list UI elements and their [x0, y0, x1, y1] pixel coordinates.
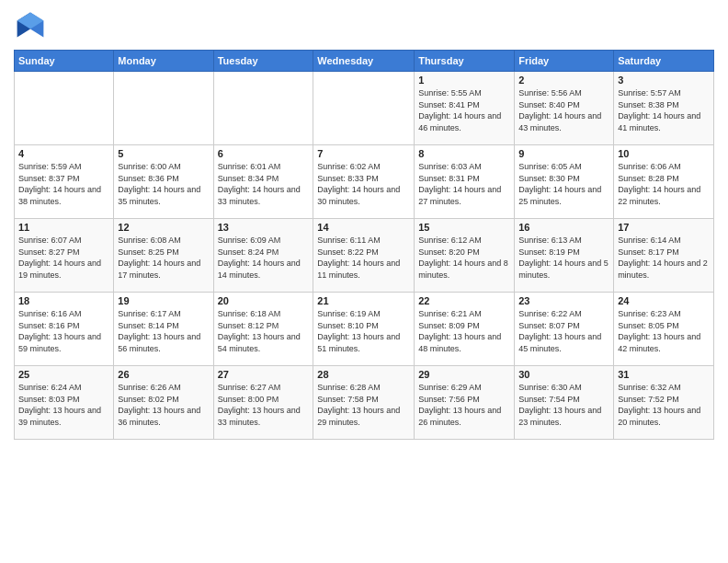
logo: [14, 9, 51, 42]
day-info: Sunrise: 5:56 AM Sunset: 8:40 PM Dayligh…: [518, 87, 609, 133]
day-number: 5: [118, 148, 209, 159]
calendar-cell-w2-d7: 10Sunrise: 6:06 AM Sunset: 8:28 PM Dayli…: [614, 145, 714, 219]
day-info: Sunrise: 6:13 AM Sunset: 8:19 PM Dayligh…: [518, 235, 609, 281]
logo-icon: [14, 9, 47, 42]
header-tuesday: Tuesday: [213, 51, 313, 72]
calendar-cell-w3-d4: 14Sunrise: 6:11 AM Sunset: 8:22 PM Dayli…: [313, 219, 415, 293]
day-info: Sunrise: 6:03 AM Sunset: 8:31 PM Dayligh…: [418, 161, 510, 207]
day-info: Sunrise: 6:00 AM Sunset: 8:36 PM Dayligh…: [118, 161, 209, 207]
day-info: Sunrise: 5:59 AM Sunset: 8:37 PM Dayligh…: [18, 161, 109, 207]
day-info: Sunrise: 5:55 AM Sunset: 8:41 PM Dayligh…: [418, 87, 510, 133]
day-number: 23: [518, 295, 609, 306]
day-number: 24: [618, 295, 710, 306]
day-number: 21: [317, 295, 410, 306]
day-number: 20: [218, 295, 310, 306]
day-info: Sunrise: 6:06 AM Sunset: 8:28 PM Dayligh…: [618, 161, 710, 207]
calendar-cell-w2-d6: 9Sunrise: 6:05 AM Sunset: 8:30 PM Daylig…: [515, 145, 614, 219]
calendar-cell-w1-d3: [213, 72, 313, 145]
week-row-5: 25Sunrise: 6:24 AM Sunset: 8:03 PM Dayli…: [15, 366, 714, 440]
calendar-cell-w4-d1: 18Sunrise: 6:16 AM Sunset: 8:16 PM Dayli…: [15, 293, 114, 366]
day-number: 11: [18, 222, 109, 233]
calendar-cell-w5-d7: 31Sunrise: 6:32 AM Sunset: 7:52 PM Dayli…: [614, 366, 714, 440]
calendar-cell-w4-d3: 20Sunrise: 6:18 AM Sunset: 8:12 PM Dayli…: [213, 293, 313, 366]
calendar-cell-w5-d6: 30Sunrise: 6:30 AM Sunset: 7:54 PM Dayli…: [515, 366, 614, 440]
header-friday: Friday: [515, 51, 614, 72]
day-number: 13: [218, 222, 310, 233]
calendar-cell-w2-d4: 7Sunrise: 6:02 AM Sunset: 8:33 PM Daylig…: [313, 145, 415, 219]
week-row-2: 4Sunrise: 5:59 AM Sunset: 8:37 PM Daylig…: [15, 145, 714, 219]
calendar-header-row: SundayMondayTuesdayWednesdayThursdayFrid…: [15, 51, 714, 72]
calendar-table: SundayMondayTuesdayWednesdayThursdayFrid…: [14, 50, 714, 440]
calendar-cell-w4-d5: 22Sunrise: 6:21 AM Sunset: 8:09 PM Dayli…: [415, 293, 515, 366]
calendar-cell-w2-d3: 6Sunrise: 6:01 AM Sunset: 8:34 PM Daylig…: [213, 145, 313, 219]
day-info: Sunrise: 6:27 AM Sunset: 8:00 PM Dayligh…: [218, 382, 310, 428]
day-info: Sunrise: 6:32 AM Sunset: 7:52 PM Dayligh…: [618, 382, 710, 428]
day-number: 29: [418, 369, 510, 380]
calendar-cell-w2-d5: 8Sunrise: 6:03 AM Sunset: 8:31 PM Daylig…: [415, 145, 515, 219]
day-info: Sunrise: 5:57 AM Sunset: 8:38 PM Dayligh…: [618, 87, 710, 133]
page: SundayMondayTuesdayWednesdayThursdayFrid…: [0, 0, 728, 563]
calendar-cell-w5-d4: 28Sunrise: 6:28 AM Sunset: 7:58 PM Dayli…: [313, 366, 415, 440]
day-info: Sunrise: 6:01 AM Sunset: 8:34 PM Dayligh…: [218, 161, 310, 207]
day-number: 22: [418, 295, 510, 306]
calendar-cell-w3-d2: 12Sunrise: 6:08 AM Sunset: 8:25 PM Dayli…: [114, 219, 213, 293]
calendar-cell-w3-d6: 16Sunrise: 6:13 AM Sunset: 8:19 PM Dayli…: [515, 219, 614, 293]
day-number: 25: [18, 369, 109, 380]
calendar-cell-w4-d2: 19Sunrise: 6:17 AM Sunset: 8:14 PM Dayli…: [114, 293, 213, 366]
calendar-cell-w1-d2: [114, 72, 213, 145]
day-info: Sunrise: 6:12 AM Sunset: 8:20 PM Dayligh…: [418, 235, 510, 281]
day-number: 16: [518, 222, 609, 233]
calendar-cell-w5-d2: 26Sunrise: 6:26 AM Sunset: 8:02 PM Dayli…: [114, 366, 213, 440]
calendar-cell-w5-d1: 25Sunrise: 6:24 AM Sunset: 8:03 PM Dayli…: [15, 366, 114, 440]
day-info: Sunrise: 6:11 AM Sunset: 8:22 PM Dayligh…: [317, 235, 410, 281]
day-number: 30: [518, 369, 609, 380]
day-info: Sunrise: 6:22 AM Sunset: 8:07 PM Dayligh…: [518, 308, 609, 354]
calendar-cell-w1-d7: 3Sunrise: 5:57 AM Sunset: 8:38 PM Daylig…: [614, 72, 714, 145]
day-number: 9: [518, 148, 609, 159]
calendar-cell-w3-d5: 15Sunrise: 6:12 AM Sunset: 8:20 PM Dayli…: [415, 219, 515, 293]
day-number: 19: [118, 295, 209, 306]
day-info: Sunrise: 6:28 AM Sunset: 7:58 PM Dayligh…: [317, 382, 410, 428]
day-info: Sunrise: 6:23 AM Sunset: 8:05 PM Dayligh…: [618, 308, 710, 354]
header-thursday: Thursday: [415, 51, 515, 72]
calendar-cell-w2-d2: 5Sunrise: 6:00 AM Sunset: 8:36 PM Daylig…: [114, 145, 213, 219]
calendar-cell-w5-d5: 29Sunrise: 6:29 AM Sunset: 7:56 PM Dayli…: [415, 366, 515, 440]
day-info: Sunrise: 6:05 AM Sunset: 8:30 PM Dayligh…: [518, 161, 609, 207]
day-number: 18: [18, 295, 109, 306]
day-number: 15: [418, 222, 510, 233]
day-info: Sunrise: 6:14 AM Sunset: 8:17 PM Dayligh…: [618, 235, 710, 281]
day-number: 10: [618, 148, 710, 159]
calendar-cell-w1-d4: [313, 72, 415, 145]
calendar-cell-w3-d7: 17Sunrise: 6:14 AM Sunset: 8:17 PM Dayli…: [614, 219, 714, 293]
day-number: 14: [317, 222, 410, 233]
day-info: Sunrise: 6:16 AM Sunset: 8:16 PM Dayligh…: [18, 308, 109, 354]
day-number: 27: [218, 369, 310, 380]
day-info: Sunrise: 6:21 AM Sunset: 8:09 PM Dayligh…: [418, 308, 510, 354]
day-info: Sunrise: 6:09 AM Sunset: 8:24 PM Dayligh…: [218, 235, 310, 281]
day-number: 1: [418, 75, 510, 86]
day-number: 2: [518, 75, 609, 86]
calendar-cell-w4-d4: 21Sunrise: 6:19 AM Sunset: 8:10 PM Dayli…: [313, 293, 415, 366]
day-info: Sunrise: 6:17 AM Sunset: 8:14 PM Dayligh…: [118, 308, 209, 354]
week-row-4: 18Sunrise: 6:16 AM Sunset: 8:16 PM Dayli…: [15, 293, 714, 366]
day-number: 6: [218, 148, 310, 159]
day-number: 17: [618, 222, 710, 233]
day-info: Sunrise: 6:07 AM Sunset: 8:27 PM Dayligh…: [18, 235, 109, 281]
calendar-cell-w3-d3: 13Sunrise: 6:09 AM Sunset: 8:24 PM Dayli…: [213, 219, 313, 293]
calendar-cell-w4-d6: 23Sunrise: 6:22 AM Sunset: 8:07 PM Dayli…: [515, 293, 614, 366]
header-wednesday: Wednesday: [313, 51, 415, 72]
header-saturday: Saturday: [614, 51, 714, 72]
day-info: Sunrise: 6:29 AM Sunset: 7:56 PM Dayligh…: [418, 382, 510, 428]
day-info: Sunrise: 6:24 AM Sunset: 8:03 PM Dayligh…: [18, 382, 109, 428]
header-monday: Monday: [114, 51, 213, 72]
calendar-cell-w1-d6: 2Sunrise: 5:56 AM Sunset: 8:40 PM Daylig…: [515, 72, 614, 145]
day-info: Sunrise: 6:19 AM Sunset: 8:10 PM Dayligh…: [317, 308, 410, 354]
day-number: 26: [118, 369, 209, 380]
header-sunday: Sunday: [15, 51, 114, 72]
calendar-cell-w1-d1: [15, 72, 114, 145]
day-number: 31: [618, 369, 710, 380]
day-number: 8: [418, 148, 510, 159]
week-row-1: 1Sunrise: 5:55 AM Sunset: 8:41 PM Daylig…: [15, 72, 714, 145]
day-number: 28: [317, 369, 410, 380]
calendar-cell-w3-d1: 11Sunrise: 6:07 AM Sunset: 8:27 PM Dayli…: [15, 219, 114, 293]
